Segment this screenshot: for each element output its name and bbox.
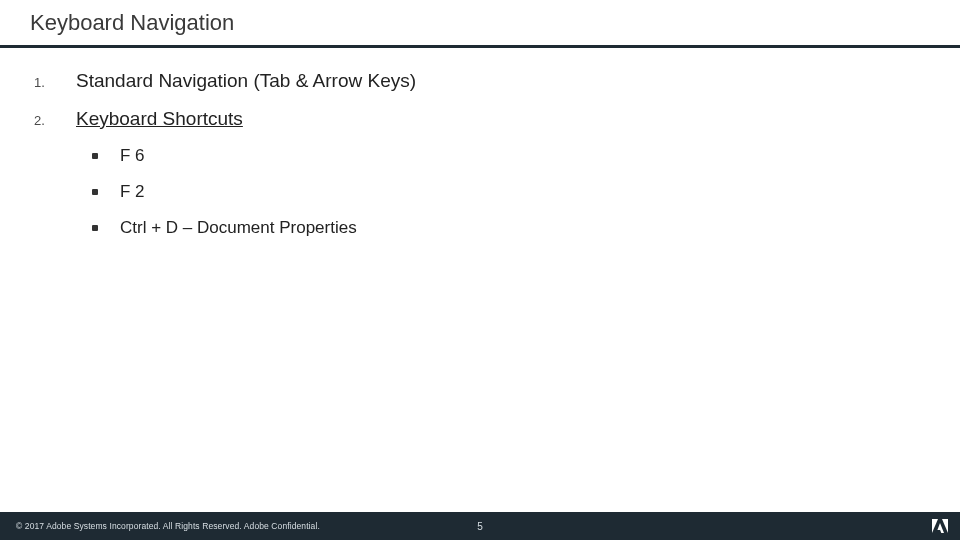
list-text: Keyboard Shortcuts <box>76 108 243 130</box>
sub-list: F 6 F 2 Ctrl + D – Document Properties <box>34 146 930 238</box>
copyright-text: © 2017 Adobe Systems Incorporated. All R… <box>0 521 320 531</box>
slide-title: Keyboard Navigation <box>30 10 234 36</box>
square-bullet-icon <box>92 225 98 231</box>
title-bar: Keyboard Navigation <box>0 0 960 48</box>
page-number: 5 <box>477 521 483 532</box>
slide: Keyboard Navigation 1. Standard Navigati… <box>0 0 960 540</box>
svg-marker-0 <box>932 519 938 533</box>
list-number: 2. <box>34 113 76 128</box>
adobe-logo-icon <box>932 519 948 533</box>
list-text: F 2 <box>120 182 145 202</box>
list-text: Standard Navigation (Tab & Arrow Keys) <box>76 70 416 92</box>
footer-bar: © 2017 Adobe Systems Incorporated. All R… <box>0 512 960 540</box>
list-item: 1. Standard Navigation (Tab & Arrow Keys… <box>34 70 930 92</box>
list-item: F 2 <box>92 182 930 202</box>
list-item: Ctrl + D – Document Properties <box>92 218 930 238</box>
list-number: 1. <box>34 75 76 90</box>
list-item: F 6 <box>92 146 930 166</box>
list-item: 2. Keyboard Shortcuts <box>34 108 930 130</box>
square-bullet-icon <box>92 153 98 159</box>
list-text: F 6 <box>120 146 145 166</box>
svg-marker-2 <box>937 523 944 533</box>
content-area: 1. Standard Navigation (Tab & Arrow Keys… <box>34 70 930 254</box>
list-text: Ctrl + D – Document Properties <box>120 218 357 238</box>
square-bullet-icon <box>92 189 98 195</box>
